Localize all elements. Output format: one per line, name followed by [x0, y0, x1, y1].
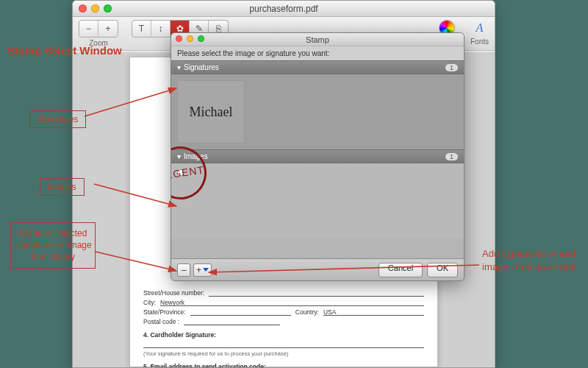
zoom-in-button[interactable]: + — [98, 21, 118, 37]
plus-icon: + — [196, 265, 201, 275]
annotation-title: Stamp Select Window — [7, 44, 122, 57]
fonts-icon[interactable]: A — [471, 20, 487, 36]
stamp-footer: – + Cancel OK — [171, 258, 464, 280]
signature-thumbnail[interactable]: Michael — [177, 80, 245, 144]
section-4-heading: 4. Cardholder Signature: — [143, 331, 424, 339]
signatures-count-badge: 1 — [445, 64, 458, 71]
stamp-select-window: Stamp Please select the image or signatu… — [171, 32, 465, 281]
annotation-add: Add signatures or add images from local … — [482, 247, 581, 273]
country-label: Country: — [295, 308, 319, 316]
urgent-text: URGENT — [171, 163, 205, 182]
remove-stamp-button[interactable]: – — [177, 263, 190, 277]
images-count-badge: 1 — [445, 153, 458, 160]
state-label: State/Province: — [143, 308, 186, 316]
city-label: City: — [143, 299, 156, 306]
image-thumbnail[interactable]: URGENT — [177, 169, 184, 176]
zoom-out-button[interactable]: − — [79, 21, 98, 37]
disclosure-triangle-icon[interactable]: ▾ — [177, 63, 181, 71]
zoom-window-icon[interactable] — [104, 4, 112, 13]
zoom-segmented[interactable]: − + — [79, 20, 118, 38]
annotation-images: images — [40, 178, 85, 196]
street-label: Street/House number: — [143, 289, 204, 297]
modal-zoom-icon[interactable] — [198, 35, 204, 42]
country-value: USA — [323, 308, 424, 316]
stamp-window-title: Stamp — [306, 35, 329, 44]
document-title: purchaseform.pdf — [249, 4, 318, 14]
signature-text: Michael — [190, 105, 233, 120]
postal-label: Postal code : — [143, 318, 179, 325]
minimize-window-icon[interactable] — [91, 4, 99, 13]
signatures-section-body: Michael — [171, 74, 464, 149]
straighten-tool-button[interactable]: ↕ — [151, 21, 171, 37]
app-titlebar: purchaseform.pdf — [73, 1, 495, 17]
stamp-prompt: Please select the image or signature you… — [171, 46, 464, 60]
section-4-note: (Your signature is required for us to pr… — [143, 350, 424, 357]
ok-button[interactable]: OK — [427, 263, 458, 277]
signatures-label: Signatures — [184, 63, 219, 71]
close-window-icon[interactable] — [79, 4, 87, 13]
add-stamp-button[interactable]: + — [193, 263, 212, 277]
annotation-remove: Remove selected signatures or image from… — [10, 222, 96, 269]
images-section-header[interactable]: ▾ Images 1 — [171, 149, 464, 163]
text-tool-button[interactable]: T — [132, 21, 151, 37]
dropdown-triangle-icon — [203, 268, 209, 272]
modal-minimize-icon[interactable] — [187, 35, 193, 42]
city-value: Newyork — [160, 299, 424, 306]
cancel-button[interactable]: Cancel — [379, 263, 423, 277]
fonts-label: Fonts — [470, 38, 489, 46]
modal-close-icon[interactable] — [176, 35, 182, 42]
annotation-signatures: signatures — [29, 110, 86, 128]
images-section-body: URGENT — [171, 163, 464, 238]
signatures-section-header[interactable]: ▾ Signatures 1 — [171, 60, 464, 74]
section-5-heading: 5. Email address to send activation code… — [143, 363, 424, 368]
